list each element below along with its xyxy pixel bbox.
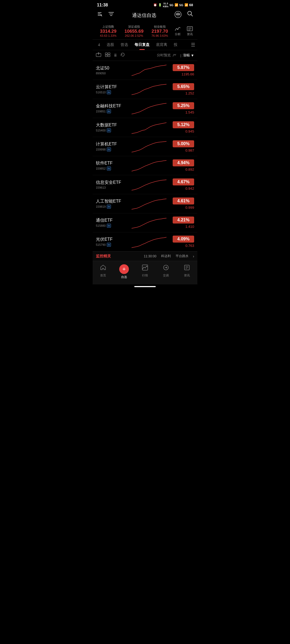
stock-name: 通信ETF (96, 218, 128, 223)
stock-price: 0.942 (170, 186, 194, 191)
stock-right: 5.87% 1195.66 (170, 64, 194, 76)
scroll-indicator (93, 284, 197, 289)
stock-row[interactable]: 计算机ETF 159998 融 5.00% 0.987 (93, 137, 197, 156)
sort-button[interactable]: 涨幅 ▼ (183, 53, 194, 58)
pct-badge: 5.12% (173, 121, 194, 128)
stock-price: 0.763 (170, 244, 194, 248)
stock-code-row: 159851 融 (96, 109, 128, 114)
sort-divider: | (180, 53, 181, 57)
tab-xuangu[interactable]: 选股 (103, 40, 117, 50)
nav-home-label: 首页 (100, 273, 106, 277)
edit-button[interactable] (97, 12, 103, 19)
search-button[interactable] (187, 11, 193, 20)
stock-name: 计算机ETF (96, 141, 128, 147)
nav-news[interactable]: 资讯 (176, 263, 197, 280)
stock-price: 1.252 (170, 91, 194, 95)
monitor-time: 11:30:00 (144, 254, 157, 258)
stock-name: 光伏ETF (96, 237, 128, 242)
index-chinext-name: 创业板指 (147, 25, 173, 29)
pct-badge: 5.25% (173, 102, 194, 109)
sort-arrow: ▼ (191, 53, 194, 57)
stock-code: 515880 (96, 224, 106, 227)
index-shenzhen[interactable]: 深证成指 10655.69 262.06 2.52% (121, 25, 147, 37)
tab-more-button[interactable]: ☰ (191, 42, 195, 48)
stock-chart (130, 64, 168, 77)
stock-row[interactable]: 光伏ETF 515790 融 4.09% 0.763 (93, 232, 197, 251)
stock-code-row: 515880 融 (96, 224, 128, 228)
network1-label: 5G (169, 3, 173, 7)
alarm-icon: ⏰ (153, 3, 157, 7)
header-left-actions (97, 12, 114, 19)
nav-home[interactable]: 首页 (93, 263, 114, 280)
svg-rect-23 (105, 55, 107, 57)
nav-watchlist[interactable]: + 自选 (114, 263, 135, 280)
tab-tou[interactable]: 投 (171, 40, 181, 50)
bars-icon[interactable]: ⅲ (114, 53, 117, 58)
svg-point-11 (179, 14, 179, 14)
index-chinext[interactable]: 创业板指 2197.70 76.96 3.63% (147, 25, 173, 37)
stock-right: 5.25% 1.545 (170, 102, 194, 114)
news-button[interactable]: 资讯 (187, 26, 193, 36)
nav-trade[interactable]: 交易 (155, 263, 176, 280)
stock-info: 北证50 899050 (96, 65, 128, 75)
stock-name: 金融科技ETF (96, 103, 128, 109)
stock-chart (130, 140, 168, 153)
home-icon (100, 264, 106, 272)
stock-info: 计算机ETF 159998 融 (96, 141, 128, 152)
stock-code-row: 159819 融 (96, 205, 128, 209)
toolbar-icons: ⅲ (96, 52, 125, 58)
owl-button[interactable] (174, 11, 182, 20)
svg-rect-5 (109, 14, 113, 14)
status-icons: ⏰ 🔋 31.3 KB/s 5G 📶 5G 📶 68 (153, 2, 193, 8)
stock-row[interactable]: 大数据ETF 515400 融 5.12% 0.945 (93, 118, 197, 137)
stock-right: 4.09% 0.763 (170, 236, 194, 248)
stock-row[interactable]: 人工智能ETF 159819 融 4.61% 0.999 (93, 194, 197, 213)
toolbar-right: 分时预览 | 涨幅 ▼ (157, 53, 194, 58)
stock-price: 0.945 (170, 129, 194, 133)
tab-dibeilei[interactable]: 底背离 (153, 40, 171, 50)
rong-badge: 融 (107, 205, 111, 209)
trade-icon (163, 264, 169, 272)
stock-row[interactable]: 信息安全ETF 159613 4.67% 0.942 (93, 175, 197, 194)
stock-chart (130, 178, 168, 191)
header-right-actions (174, 11, 193, 20)
index-shanghai[interactable]: 上证指数 3314.29 43.63 1.33% (95, 25, 121, 37)
analysis-button[interactable]: 分析 (174, 26, 181, 36)
status-time: 11:38 (97, 3, 108, 8)
stock-chart (130, 197, 168, 210)
stock-right: 5.12% 0.945 (170, 121, 194, 133)
stock-name: 信息安全ETF (96, 180, 128, 185)
svg-rect-2 (98, 15, 101, 16)
bottom-nav: 首页 + 自选 行情 交易 资讯 (93, 261, 197, 284)
monitor-chevron[interactable]: › (193, 254, 194, 258)
pct-badge: 5.00% (173, 140, 194, 147)
nav-market[interactable]: 行情 (135, 263, 155, 280)
rong-badge: 融 (107, 167, 111, 171)
stock-row[interactable]: 软件ETF 159852 融 4.94% 0.892 (93, 156, 197, 175)
monitor-bar[interactable]: 监控精灵 11:30:00 科达利 平台跳水 › (93, 251, 197, 261)
stock-row[interactable]: 通信ETF 515880 融 4.21% 1.410 (93, 213, 197, 232)
pct-badge: 4.61% (173, 197, 194, 204)
stock-right: 4.21% 1.410 (170, 217, 194, 229)
add-watchlist-button[interactable]: + (119, 264, 129, 274)
tab-cengxuan[interactable]: 曾选 (117, 40, 131, 50)
tab-meirifupan[interactable]: 每日复盘 (131, 40, 153, 50)
grid-icon[interactable] (105, 52, 110, 58)
rong-badge: 融 (107, 148, 111, 152)
stock-chart (130, 83, 168, 96)
index-chinext-change: 76.96 3.63% (147, 34, 173, 37)
stock-code-row: 899050 (96, 72, 128, 75)
index-shenzhen-change: 262.06 2.52% (121, 34, 147, 37)
toolbar: ⅲ 分时预览 | 涨幅 ▼ (93, 50, 197, 61)
battery-icon: 🔋 (158, 3, 162, 7)
pct-badge: 5.87% (173, 64, 194, 71)
tab-4[interactable]: 4 (95, 40, 103, 50)
share-icon[interactable] (96, 52, 101, 58)
refresh-icon[interactable] (120, 52, 125, 58)
stock-row[interactable]: 金融科技ETF 159851 融 5.25% 1.545 (93, 99, 197, 118)
stock-row[interactable]: 北证50 899050 5.87% 1195.66 (93, 61, 197, 80)
stock-row[interactable]: 云计算ETF 516510 融 5.65% 1.252 (93, 80, 197, 99)
stock-code: 899050 (96, 72, 106, 75)
filter-button[interactable] (108, 12, 114, 19)
preview-icon (172, 53, 177, 58)
